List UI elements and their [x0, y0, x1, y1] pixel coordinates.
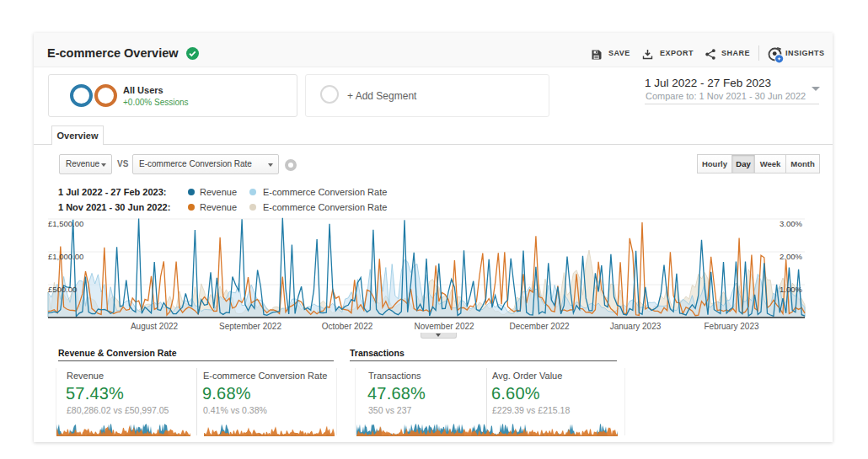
svg-text:3.00%: 3.00%	[780, 219, 802, 228]
svg-text:January 2023: January 2023	[610, 322, 662, 331]
svg-text:February 2023: February 2023	[704, 322, 758, 331]
svg-text:1.00%: 1.00%	[780, 285, 802, 294]
svg-text:£500.00: £500.00	[48, 285, 77, 294]
svg-text:£1,000.00: £1,000.00	[48, 252, 83, 261]
svg-text:August 2022: August 2022	[131, 322, 179, 331]
svg-text:November 2022: November 2022	[414, 322, 474, 331]
svg-text:£1,500.00: £1,500.00	[48, 219, 83, 228]
svg-text:October 2022: October 2022	[322, 322, 373, 331]
svg-text:September 2022: September 2022	[219, 322, 281, 331]
svg-text:December 2022: December 2022	[509, 322, 570, 331]
svg-text:2.00%: 2.00%	[780, 252, 802, 261]
